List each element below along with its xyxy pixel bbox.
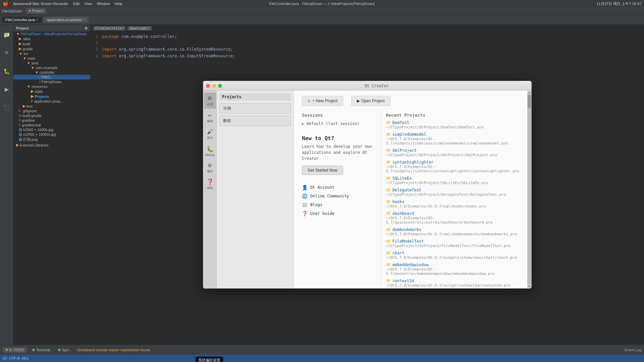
scroll-up-btn[interactable]: ▲ — [527, 90, 531, 95]
event-log-btn[interactable]: Event Log — [625, 348, 641, 352]
qt-nav-welcome[interactable]: ⊞ 欢迎 — [204, 93, 216, 109]
qt-nav-projects[interactable]: ⚙ 项目 — [204, 160, 216, 176]
example-btn[interactable]: 示例 — [219, 103, 291, 114]
recent-xmlproject[interactable]: 📁XmlProject ~/CTypeProject/QtProject/Xml… — [386, 148, 519, 157]
menu-view[interactable]: View — [84, 2, 92, 6]
tree-img2[interactable]: 🖼 m2560 × 1600m.jpg — [13, 132, 90, 137]
controller-folder-icon: ▼ — [35, 70, 39, 74]
sidebar-structure-btn[interactable]: ≡ — [1, 44, 12, 62]
scroll-thumb[interactable] — [527, 95, 531, 284]
scroll-handle[interactable] — [528, 95, 531, 108]
scroll-down-btn[interactable]: ▼ — [527, 284, 531, 288]
code-line-1: package com.example.controller; — [102, 34, 644, 40]
tree-resources[interactable]: ▼ resources — [13, 84, 90, 89]
tab-close-icon[interactable]: × — [36, 18, 38, 21]
tree-filecontroller[interactable]: J FileC... — [13, 75, 90, 79]
tree-idea[interactable]: ▶ .idea — [13, 36, 90, 41]
tab-filecontroller[interactable]: FileController.java × — [2, 17, 42, 23]
tree-controller[interactable]: ▼ controller — [13, 70, 90, 75]
code-line-3: import org.springframework.core.io.FileS… — [102, 46, 644, 53]
tree-gradle[interactable]: ▶ gradle — [13, 46, 90, 51]
sidebar-project-btn[interactable]: 📁 项目 — [1, 26, 12, 44]
qt-scrollbar[interactable]: ▲ ▼ — [527, 90, 531, 288]
recent-syntaxhighlighter[interactable]: 📁syntaxhighlighter ~/Qt5.7.0/Examples/Qt… — [386, 160, 519, 173]
tab-close2-icon[interactable]: × — [83, 18, 85, 21]
tree-static[interactable]: ▶ static — [13, 89, 90, 94]
qt-nav-help[interactable]: ❓ 帮助 — [204, 176, 216, 192]
extlibs-label: External Libraries — [20, 143, 49, 147]
mac-topbar: 🍎 Apowersoft Mac Screen Recorder Edit Vi… — [0, 0, 644, 7]
links-section: 👤 Qt Account 🌐 Online Community — [302, 183, 375, 218]
tree-templates[interactable]: ▶ Projects — [13, 94, 90, 99]
qt-nav-design[interactable]: 🖌 设计 — [204, 126, 216, 142]
recent-embeddedqwindow[interactable]: 📁embeddedqwindow ~/Qt5.7.0/Examples/Qt-5… — [386, 262, 519, 276]
tab-applicationproperties[interactable]: application.properties × — [44, 17, 89, 23]
sidebar-debug-btn[interactable]: 🐛 — [1, 62, 12, 80]
tree-img1[interactable]: 🖼 k2560 × 1600k.jpg — [13, 127, 90, 132]
qt-titlebar: Qt Creator — [203, 81, 531, 90]
file-tree-controls[interactable]: ⚙ — [85, 26, 88, 30]
link-qt-account[interactable]: 👤 Qt Account — [302, 183, 375, 192]
get-started-btn[interactable]: Get Started Now — [302, 166, 343, 175]
session-default[interactable]: ▶ default (last session) — [302, 120, 375, 127]
apple-icon[interactable]: 🍎 — [3, 1, 8, 6]
menu-help[interactable]: Help — [115, 2, 122, 6]
tl-maximize[interactable] — [218, 84, 222, 88]
new-project-icon: + — [308, 98, 310, 104]
recent-simpledommodel[interactable]: 📁simpledommodel ~/Qt5.7.0/Examples/Qt-5.… — [386, 132, 519, 145]
recent-dombookmarks[interactable]: 📁dombookmarks ~/Qt5.7.0/Examples/Qt-5.7/… — [386, 227, 519, 236]
design-icon: 🖌 — [207, 128, 213, 135]
tree-build[interactable]: ▶ build — [13, 41, 90, 46]
tab-spring[interactable]: Spri... — [55, 347, 74, 353]
resources-label: resources — [32, 84, 48, 88]
new-project-label: + New Project — [312, 99, 337, 103]
recent-books[interactable]: 📁books ~/Qt5.7.0/Examples/Qt-5.7/sql/boo… — [386, 199, 519, 208]
recent-dombookmarks-name: 📁dombookmarks — [386, 227, 519, 232]
recent-context2d[interactable]: 📁context2d ~/Qt5.7.0/Examples/Qt-5.7/scr… — [386, 279, 519, 288]
recent-sqliteex[interactable]: 📁SQLiteEx ~/CTypeProject/QtProject/SQLit… — [386, 176, 519, 185]
qt-creator-window[interactable]: Qt Creator ⊞ 欢迎 ✏ 编辑 — [203, 81, 532, 289]
tl-minimize[interactable] — [212, 84, 216, 88]
tree-gradlew[interactable]: F gradlew — [13, 118, 90, 123]
open-project-btn[interactable]: ▶ Open Project — [351, 96, 390, 106]
sidebar-run-btn[interactable]: ▶ — [1, 80, 12, 98]
tree-applicationprop[interactable]: P application.prop... — [13, 99, 90, 104]
menu-window[interactable]: Window — [97, 2, 110, 6]
qt-nav-debug[interactable]: 🐛 Debug — [204, 143, 216, 159]
comexample-folder-icon: ▼ — [31, 66, 35, 70]
tree-test[interactable]: ▶ test — [13, 104, 90, 109]
new-project-btn[interactable]: + + New Project — [302, 96, 343, 106]
recent-dashboard[interactable]: 📁dashboard ~/Qt5.7.0/Examples/Qt-5.7/qui… — [386, 211, 519, 225]
sidebar-terminal-btn[interactable]: ⬛ — [1, 99, 12, 116]
tree-external-libraries[interactable]: ▶ External Libraries — [13, 142, 90, 147]
recent-delegatetest[interactable]: 📁DelegateTest ~/CTypeProject/QtProject/D… — [386, 188, 519, 197]
tree-comexample[interactable]: ▼ com.example — [13, 65, 90, 70]
tree-src[interactable]: ▼ src — [13, 51, 90, 56]
tree-gitignore[interactable]: F .gitignore — [13, 109, 90, 113]
tree-main[interactable]: ▼ main — [13, 56, 90, 61]
qt-nav-edit[interactable]: ✏ 编辑 — [204, 109, 216, 125]
link-user-guide[interactable]: ❓ User Guide — [302, 209, 375, 218]
project-dropdown[interactable]: ▾ Project — [26, 8, 46, 14]
tree-fileupdown[interactable]: J FileUpDown — [13, 79, 90, 84]
edit-icon: ✏ — [208, 111, 212, 118]
tree-root[interactable]: ▼ FileUpDown ~/IdeaProjects/FileUpDown — [13, 32, 90, 36]
link-online-community[interactable]: 🌐 Online Community — [302, 192, 375, 200]
recent-domtest[interactable]: 📁DomTest ~/CTypeProject/QtProject/DomTes… — [386, 120, 519, 129]
recent-syntaxhighlighter-name: 📁syntaxhighlighter — [386, 160, 519, 165]
img2-label: m2560 × 1600m.jpg — [23, 132, 56, 136]
recent-filemodeltest[interactable]: 📁FileModelTest ~/CTypeProject/QtProject/… — [386, 239, 519, 248]
menu-edit[interactable]: Edit — [73, 2, 79, 6]
tree-gradlewbat[interactable]: F gradlew.bat — [13, 123, 90, 127]
tree-buildgradle[interactable]: G build.gradle — [13, 113, 90, 118]
link-blogs[interactable]: 📰 Blogs — [302, 200, 375, 209]
recent-chart[interactable]: 📁chart ~/Qt5.7.0/Examples/Qt-5.7/widgets… — [386, 251, 519, 260]
tab-todo[interactable]: 6: TODO — [3, 347, 27, 353]
link-online-community-label: Online Community — [310, 194, 349, 198]
tutorial-btn[interactable]: 教程 — [219, 116, 291, 126]
tree-java[interactable]: ▼ java — [13, 61, 90, 65]
tree-png[interactable]: 🖼 灯泡.png — [13, 137, 90, 142]
tl-close[interactable] — [206, 84, 210, 88]
terminal-dot — [32, 349, 35, 351]
tab-terminal[interactable]: Terminal — [30, 347, 53, 353]
